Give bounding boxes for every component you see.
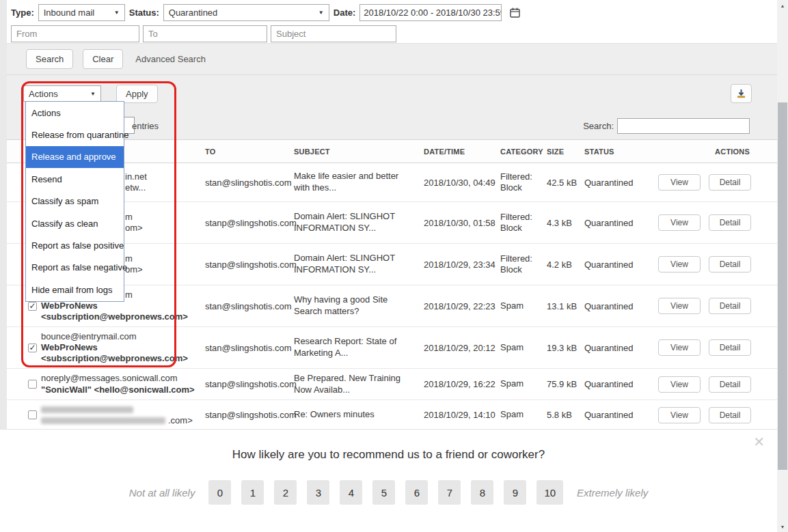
- nps-score-button[interactable]: 6: [405, 480, 428, 505]
- datetime-cell: 2018/10/29, 22:23: [424, 301, 500, 311]
- scroll-up-icon[interactable]: ▲: [777, 0, 788, 11]
- subject-cell: Domain Alert: SLINGHOT INFORMATION SY...: [294, 253, 424, 276]
- from-input[interactable]: [11, 25, 139, 42]
- row-checkbox[interactable]: ✓: [28, 344, 37, 352]
- row-actions-cell: View Detail: [658, 339, 778, 356]
- search-toolbar: Search Clear Advanced Search: [7, 43, 777, 75]
- status-cell: Quarantined: [584, 410, 658, 420]
- date-range-value: 2018/10/22 0:00 - 2018/10/30 23:59: [364, 8, 502, 18]
- entries-label: entries: [132, 121, 159, 131]
- detail-button[interactable]: Detail: [709, 174, 751, 191]
- scrollbar-thumb[interactable]: [778, 102, 787, 470]
- nps-score-button[interactable]: 10: [536, 480, 563, 505]
- calendar-icon[interactable]: [510, 8, 520, 18]
- header-subject: SUBJECT: [294, 148, 424, 156]
- apply-button[interactable]: Apply: [116, 85, 158, 103]
- vertical-scrollbar[interactable]: ▲ ▼: [777, 0, 788, 532]
- checkbox-cell: ✓: [7, 344, 41, 352]
- download-button[interactable]: [731, 84, 752, 103]
- actions-dropdown-menu: ActionsRelease from quarantineRelease an…: [25, 101, 124, 302]
- view-button[interactable]: View: [658, 174, 701, 191]
- dropdown-item[interactable]: Resend: [26, 168, 124, 190]
- view-button[interactable]: View: [658, 407, 701, 423]
- size-cell: 4.2 kB: [547, 260, 584, 270]
- detail-button[interactable]: Detail: [709, 407, 751, 423]
- from-cell: bounce@ientrymail.comWebProNews<subscrip…: [41, 331, 205, 365]
- detail-button[interactable]: Detail: [709, 376, 751, 393]
- status-select[interactable]: Quarantined ▼: [163, 4, 329, 21]
- size-cell: 75.9 kB: [547, 379, 584, 389]
- detail-button[interactable]: Detail: [709, 298, 751, 314]
- view-button[interactable]: View: [658, 298, 701, 314]
- nps-low-label: Not at all likely: [129, 487, 195, 499]
- to-input[interactable]: [143, 25, 267, 42]
- nps-score-button[interactable]: 1: [241, 480, 264, 505]
- type-select[interactable]: Inbound mail ▼: [38, 4, 125, 21]
- nps-score-button[interactable]: 7: [438, 480, 461, 505]
- dropdown-item[interactable]: Release and approve: [26, 146, 124, 168]
- status-cell: Quarantined: [584, 343, 658, 353]
- header-status: STATUS: [584, 148, 658, 156]
- to-cell: stan@slingshotis.com: [205, 343, 294, 353]
- nps-survey: ✕ How likely are you to recommend us to …: [0, 429, 777, 532]
- nps-score-button[interactable]: 2: [274, 480, 297, 505]
- close-icon[interactable]: ✕: [753, 434, 765, 450]
- dropdown-item[interactable]: Report as false negative: [26, 257, 124, 279]
- nps-score-button[interactable]: 4: [340, 480, 362, 505]
- category-cell: Filtered: Block: [500, 212, 547, 234]
- to-cell: stanp@slingshotis.com: [205, 410, 294, 420]
- table-search-input[interactable]: [617, 118, 750, 134]
- status-cell: Quarantined: [584, 379, 658, 389]
- to-cell: stanp@slingshotis.com: [205, 218, 294, 228]
- actions-select[interactable]: Actions ▼: [23, 85, 101, 102]
- dropdown-item[interactable]: Classify as spam: [26, 191, 124, 212]
- category-cell: Spam: [500, 378, 547, 389]
- row-actions-cell: View Detail: [658, 214, 778, 231]
- advanced-search-link[interactable]: Advanced Search: [135, 54, 206, 64]
- view-button[interactable]: View: [658, 339, 701, 356]
- subject-cell: Be Prepared. New Training Now Availab...: [294, 373, 424, 396]
- subject-cell: Make life easier and better with thes...: [294, 171, 424, 194]
- actions-select-value: Actions: [29, 89, 58, 99]
- size-cell: 13.1 kB: [547, 301, 584, 311]
- view-button[interactable]: View: [658, 376, 701, 393]
- view-button[interactable]: View: [658, 214, 701, 231]
- dropdown-item[interactable]: Classify as clean: [26, 212, 124, 234]
- nps-score-button[interactable]: 8: [471, 480, 493, 505]
- detail-button[interactable]: Detail: [709, 339, 751, 356]
- scroll-down-icon[interactable]: ▼: [777, 521, 788, 532]
- category-cell: Spam: [500, 409, 547, 420]
- datetime-cell: 2018/10/29, 16:22: [424, 379, 500, 389]
- size-cell: 42.5 kB: [547, 178, 584, 188]
- dropdown-item[interactable]: Hide email from logs: [26, 279, 124, 300]
- row-actions-cell: View Detail: [658, 376, 778, 393]
- nps-score-button[interactable]: 0: [208, 480, 231, 505]
- subject-input[interactable]: [271, 25, 396, 42]
- nps-score-button[interactable]: 5: [372, 480, 395, 505]
- clear-button[interactable]: Clear: [83, 49, 123, 69]
- dropdown-item[interactable]: Actions: [26, 102, 124, 124]
- row-checkbox[interactable]: ✓: [28, 302, 37, 311]
- detail-button[interactable]: Detail: [709, 214, 751, 231]
- row-actions-cell: View Detail: [658, 407, 778, 423]
- chevron-down-icon: ▼: [90, 91, 96, 97]
- datetime-cell: 2018/10/30, 04:49: [424, 178, 500, 188]
- category-cell: Spam: [500, 342, 547, 353]
- search-button[interactable]: Search: [26, 49, 73, 69]
- to-cell: stan@slingshotis.com: [205, 178, 294, 188]
- dropdown-item[interactable]: Report as false positive: [26, 234, 124, 256]
- size-cell: 4.3 kB: [547, 218, 584, 228]
- datetime-cell: 2018/10/29, 23:34: [424, 260, 500, 270]
- table-row: ✓ bounce@ientrymail.comWebProNews<subscr…: [7, 327, 777, 369]
- subject-cell: Domain Alert: SLINGHOT INFORMATION SY...: [294, 211, 424, 234]
- dropdown-item[interactable]: Release from quarantine: [26, 124, 124, 145]
- row-checkbox[interactable]: [28, 380, 37, 389]
- nps-score-button[interactable]: 3: [307, 480, 329, 505]
- nps-score-button[interactable]: 9: [504, 480, 526, 505]
- row-checkbox[interactable]: [28, 410, 37, 419]
- chevron-down-icon: ▼: [114, 10, 120, 16]
- date-range-field[interactable]: 2018/10/22 0:00 - 2018/10/30 23:59: [359, 4, 502, 21]
- filter-area: Type: Inbound mail ▼ Status: Quarantined…: [7, 0, 777, 43]
- detail-button[interactable]: Detail: [709, 256, 751, 272]
- view-button[interactable]: View: [658, 256, 701, 272]
